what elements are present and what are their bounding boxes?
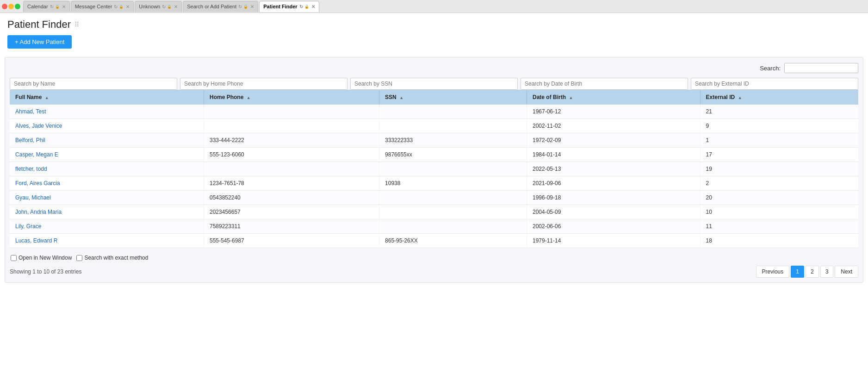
filter-name-input[interactable] (10, 78, 177, 90)
window-max-btn[interactable] (15, 4, 20, 9)
cell-dob-2: 1972-02-09 (527, 133, 700, 148)
pagination-page-3-button[interactable]: 3 (820, 266, 834, 278)
filter-row (10, 78, 858, 90)
main-panel: Search: Full Name ▲Home Phone ▲SSN ▲Date… (5, 57, 863, 283)
page-header: Patient Finder ⠿ + Add New Patient (0, 13, 868, 52)
exact-method-checkbox[interactable] (76, 255, 82, 261)
open-new-window-checkbox[interactable] (11, 255, 17, 261)
pagination-previous-button[interactable]: Previous (756, 266, 790, 278)
cell-home_phone-2: 333-444-2222 (204, 133, 379, 148)
cell-ssn-3: 9876655xx (379, 148, 527, 162)
global-search-input[interactable] (784, 63, 858, 73)
cell-full_name-4[interactable]: fletcher, todd (10, 162, 204, 176)
tab-refresh-icon-search-add[interactable]: ↻ (238, 4, 242, 9)
filter-ssn-input[interactable] (350, 78, 518, 90)
table-row: Casper, Megan E555-123-60609876655xx1984… (10, 148, 858, 162)
sort-arrow-external_id: ▲ (737, 95, 742, 100)
cell-full_name-5[interactable]: Ford, Aires Garcia (10, 176, 204, 191)
cell-dob-3: 1984-01-14 (527, 148, 700, 162)
cell-full_name-6[interactable]: Gyau, Michael (10, 191, 204, 205)
page: Patient Finder ⠿ + Add New Patient Searc… (0, 13, 868, 392)
tab-label-patient-finder: Patient Finder (263, 4, 297, 9)
tab-close-icon-search-add[interactable]: ✕ (250, 4, 254, 9)
tab-message-center[interactable]: Message Center↻🔒✕ (71, 1, 134, 12)
pagination-page-1-button[interactable]: 1 (791, 266, 804, 278)
table-row: Ahmad, Test1967-06-1221 (10, 105, 858, 119)
sort-arrow-dob: ▲ (568, 95, 573, 100)
cell-ssn-6 (379, 191, 527, 205)
exact-method-checkbox-label[interactable]: Search with exact method (76, 255, 148, 261)
tab-refresh-icon-calendar[interactable]: ↻ (50, 4, 54, 9)
window-close-btn[interactable] (2, 4, 7, 9)
cell-external_id-1: 9 (700, 119, 858, 133)
cell-dob-5: 2021-09-06 (527, 176, 700, 191)
tab-unknown[interactable]: Unknown↻🔒✕ (135, 1, 182, 12)
pagination-page-2-button[interactable]: 2 (806, 266, 819, 278)
cell-home_phone-5: 1234-7651-78 (204, 176, 379, 191)
tab-lock-icon-unknown: 🔒 (167, 5, 172, 9)
search-bar-row: Search: (10, 63, 858, 73)
sort-arrow-full_name: ▲ (43, 95, 49, 100)
cell-dob-9: 1979-11-14 (527, 234, 700, 248)
tab-close-icon-patient-finder[interactable]: ✕ (311, 4, 315, 9)
tab-close-icon-message-center[interactable]: ✕ (126, 4, 130, 9)
table-row: Alves, Jade Venice2002-11-029 (10, 119, 858, 133)
cell-external_id-7: 10 (700, 205, 858, 219)
add-new-patient-button[interactable]: + Add New Patient (7, 35, 72, 49)
cell-dob-0: 1967-06-12 (527, 105, 700, 119)
pagination: Previous123Next (756, 266, 858, 278)
table-row: Belford, Phil333-444-22223332223331972-0… (10, 133, 858, 148)
cell-home_phone-6: 0543852240 (204, 191, 379, 205)
col-header-ssn[interactable]: SSN ▲ (379, 90, 527, 105)
col-header-external_id[interactable]: External ID ▲ (700, 90, 858, 105)
cell-ssn-8 (379, 219, 527, 234)
tab-close-icon-unknown[interactable]: ✕ (174, 4, 178, 9)
move-icon: ⠿ (74, 21, 79, 28)
col-header-dob[interactable]: Date of Birth ▲ (527, 90, 700, 105)
filter-external-id-input[interactable] (691, 78, 858, 90)
cell-home_phone-0 (204, 105, 379, 119)
cell-full_name-0[interactable]: Ahmad, Test (10, 105, 204, 119)
tab-label-calendar: Calendar (27, 4, 48, 9)
tab-lock-icon-message-center: 🔒 (119, 5, 124, 9)
cell-external_id-5: 2 (700, 176, 858, 191)
tab-patient-finder[interactable]: Patient Finder↻🔒✕ (259, 1, 319, 12)
tab-search-add[interactable]: Search or Add Patient↻🔒✕ (183, 1, 258, 12)
cell-full_name-3[interactable]: Casper, Megan E (10, 148, 204, 162)
sort-arrow-ssn: ▲ (398, 95, 403, 100)
filter-dob-input[interactable] (521, 78, 688, 90)
tab-refresh-icon-patient-finder[interactable]: ↻ (299, 4, 303, 9)
cell-external_id-6: 20 (700, 191, 858, 205)
cell-ssn-4 (379, 162, 527, 176)
cell-full_name-7[interactable]: John, Andria Maria (10, 205, 204, 219)
open-new-window-checkbox-label[interactable]: Open in New Window (11, 255, 72, 261)
exact-method-label: Search with exact method (84, 255, 148, 261)
tab-refresh-icon-unknown[interactable]: ↻ (162, 4, 166, 9)
cell-dob-4: 2022-05-13 (527, 162, 700, 176)
window-min-btn[interactable] (8, 4, 14, 9)
col-header-full_name[interactable]: Full Name ▲ (10, 90, 204, 105)
cell-dob-6: 1996-09-18 (527, 191, 700, 205)
cell-ssn-1 (379, 119, 527, 133)
cell-home_phone-7: 2023456657 (204, 205, 379, 219)
cell-ssn-9: 865-95-26XX (379, 234, 527, 248)
filter-phone-input[interactable] (180, 78, 347, 90)
cell-home_phone-4 (204, 162, 379, 176)
tab-close-icon-calendar[interactable]: ✕ (62, 4, 66, 9)
pagination-next-button[interactable]: Next (835, 266, 858, 278)
col-header-home_phone[interactable]: Home Phone ▲ (204, 90, 379, 105)
tab-calendar[interactable]: Calendar↻🔒✕ (23, 1, 70, 12)
cell-full_name-9[interactable]: Lucas, Edward R (10, 234, 204, 248)
tab-lock-icon-search-add: 🔒 (243, 5, 248, 9)
cell-full_name-2[interactable]: Belford, Phil (10, 133, 204, 148)
table-row: John, Andria Maria20234566572004-05-0910 (10, 205, 858, 219)
tab-refresh-icon-message-center[interactable]: ↻ (114, 4, 118, 9)
cell-full_name-1[interactable]: Alves, Jade Venice (10, 119, 204, 133)
tab-label-message-center: Message Center (75, 4, 112, 9)
cell-dob-8: 2002-06-06 (527, 219, 700, 234)
cell-ssn-5: 10938 (379, 176, 527, 191)
table-row: Gyau, Michael05438522401996-09-1820 (10, 191, 858, 205)
cell-ssn-0 (379, 105, 527, 119)
tab-lock-icon-patient-finder: 🔒 (304, 5, 309, 9)
cell-full_name-8[interactable]: Lily, Grace (10, 219, 204, 234)
